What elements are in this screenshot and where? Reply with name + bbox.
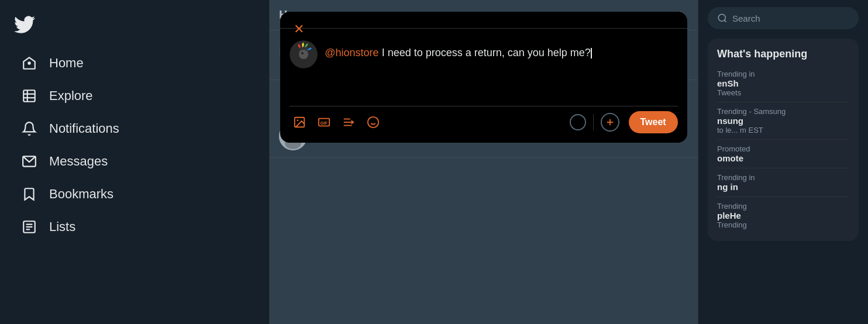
sidebar-item-explore-label: Explore: [49, 88, 93, 104]
svg-text:GIF: GIF: [321, 120, 328, 126]
trending-item-1-tweets: Tweets: [717, 88, 849, 97]
trending-item-1-name: enSh: [717, 78, 849, 88]
trending-item-1[interactable]: Trending in enSh Tweets: [717, 65, 849, 102]
explore-icon: [21, 88, 37, 104]
text-cursor: [591, 48, 592, 58]
search-bar[interactable]: Search: [708, 7, 859, 29]
trending-item-2-name: nsung: [717, 116, 849, 126]
sidebar: Home Explore Notifications: [0, 0, 269, 324]
modal-overlay[interactable]: ✕: [270, 0, 698, 324]
search-icon: [717, 13, 728, 23]
toolbar-divider: [593, 114, 594, 130]
svg-line-34: [724, 20, 726, 22]
search-placeholder: Search: [732, 13, 760, 23]
trending-section: What's happening Trending in enSh Tweets…: [708, 39, 859, 241]
svg-point-0: [27, 61, 30, 64]
home-icon: [21, 55, 37, 71]
svg-point-19: [299, 50, 308, 59]
mention-tag: @hionstore: [325, 47, 378, 58]
svg-rect-1: [23, 90, 35, 102]
mail-icon: [21, 153, 37, 170]
trending-item-3[interactable]: Promoted omote: [717, 140, 849, 168]
trending-item-2[interactable]: Trending - Samsung nsung to le... m EST: [717, 102, 849, 140]
add-thread-button[interactable]: [601, 113, 619, 132]
trending-item-5-label: Trending: [717, 202, 849, 211]
poll-button[interactable]: [339, 112, 359, 132]
compose-area: @hionstore I need to process a return, c…: [290, 36, 677, 106]
bookmark-icon: [21, 186, 37, 202]
bell-icon: [21, 120, 37, 137]
trending-item-5-name: pleHe: [717, 211, 849, 220]
sidebar-item-messages[interactable]: Messages: [7, 146, 122, 177]
trending-item-5-tweets: Trending: [717, 220, 849, 229]
compose-user-avatar: [290, 40, 318, 68]
trending-item-3-name: omote: [717, 153, 849, 163]
trending-item-4-name: ng in: [717, 182, 849, 192]
list-icon: [21, 219, 37, 235]
sidebar-item-home-label: Home: [49, 56, 84, 71]
trending-item-1-label: Trending in: [717, 70, 849, 78]
svg-point-22: [297, 119, 299, 121]
character-count-indicator: [570, 114, 586, 130]
trending-item-2-tweets: to le... m EST: [717, 126, 849, 135]
tweet-button[interactable]: Tweet: [629, 111, 678, 133]
sidebar-item-home[interactable]: Home: [7, 48, 98, 78]
image-upload-button[interactable]: [290, 112, 309, 132]
svg-point-28: [368, 117, 378, 127]
trending-item-2-label: Trending - Samsung: [717, 107, 849, 116]
trending-item-5[interactable]: Trending pleHe Trending: [717, 197, 849, 234]
svg-point-20: [301, 52, 304, 54]
sidebar-item-explore[interactable]: Explore: [7, 81, 107, 111]
main-feed: Home: [269, 0, 698, 324]
compose-toolbar: GIF: [290, 106, 677, 133]
sidebar-item-lists-label: Lists: [49, 219, 75, 235]
compose-modal: ✕: [280, 12, 687, 143]
trending-item-4[interactable]: Trending in ng in: [717, 168, 849, 197]
sidebar-item-lists[interactable]: Lists: [7, 212, 89, 242]
trending-item-3-label: Promoted: [717, 144, 849, 153]
twitter-logo[interactable]: [0, 7, 269, 47]
sidebar-item-bookmarks[interactable]: Bookmarks: [7, 179, 128, 209]
twitter-bird-icon: [14, 14, 35, 35]
right-sidebar: Search What's happening Trending in enSh…: [698, 0, 868, 324]
gif-button[interactable]: GIF: [314, 112, 334, 132]
sidebar-item-notifications-label: Notifications: [49, 121, 119, 136]
compose-body-text: I need to process a return, can you help…: [379, 47, 591, 58]
svg-point-33: [718, 14, 725, 21]
sidebar-item-messages-label: Messages: [49, 154, 108, 169]
compose-text-area[interactable]: @hionstore I need to process a return, c…: [325, 40, 677, 61]
sidebar-item-notifications[interactable]: Notifications: [7, 113, 133, 144]
modal-divider-top: [280, 28, 687, 29]
close-icon: ✕: [294, 22, 304, 37]
trending-item-4-label: Trending in: [717, 173, 849, 182]
trending-title: What's happening: [717, 46, 849, 65]
emoji-button[interactable]: [363, 112, 383, 132]
sidebar-item-bookmarks-label: Bookmarks: [49, 187, 113, 202]
